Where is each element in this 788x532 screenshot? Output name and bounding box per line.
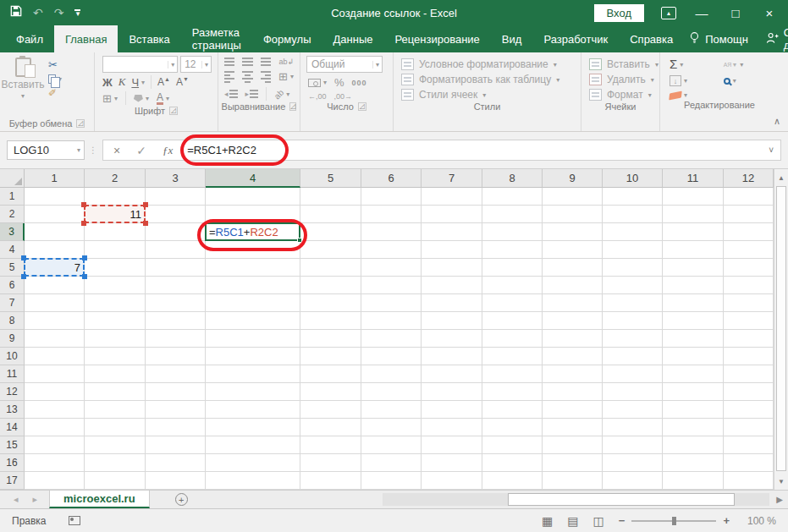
cell-r2c4[interactable] — [206, 206, 300, 223]
cell-r4c11[interactable] — [663, 241, 724, 259]
cell-r13c9[interactable] — [543, 401, 603, 419]
autosum-button[interactable]: Σ▾ — [670, 58, 714, 70]
cell-r16c11[interactable] — [663, 454, 724, 472]
cell-r5c10[interactable] — [603, 259, 663, 277]
cell-r5c5[interactable] — [300, 259, 361, 277]
cell-r10c6[interactable] — [361, 348, 422, 365]
cell-r8c1[interactable] — [25, 312, 85, 330]
cell-r10c12[interactable] — [724, 348, 774, 365]
vertical-scrollbar[interactable]: ▲ ▼ — [774, 169, 788, 490]
cell-r11c11[interactable] — [663, 365, 724, 383]
cell-r1c6[interactable] — [361, 188, 422, 206]
cell-r17c9[interactable] — [543, 472, 603, 490]
zoom-out-icon[interactable]: − — [619, 514, 625, 527]
redo-icon[interactable]: ↷ — [54, 6, 64, 19]
cell-r15c7[interactable] — [422, 436, 482, 454]
scroll-up-icon[interactable]: ▲ — [774, 170, 788, 185]
cell-r6c10[interactable] — [603, 277, 663, 294]
cell-r4c6[interactable] — [361, 241, 422, 259]
cell-r12c11[interactable] — [663, 383, 724, 401]
name-box[interactable]: LOG10 ▾ — [7, 140, 85, 160]
cell-r11c7[interactable] — [422, 365, 482, 383]
cell-r6c6[interactable] — [361, 277, 422, 294]
cell-r12c3[interactable] — [146, 383, 206, 401]
cell-r13c6[interactable] — [361, 401, 422, 419]
column-header-7[interactable]: 7 — [422, 169, 482, 188]
cell-r2c8[interactable] — [482, 206, 543, 223]
cell-r2c9[interactable] — [543, 206, 603, 223]
row-header-10[interactable]: 10 — [0, 348, 25, 365]
sign-in-button[interactable]: Вход — [594, 4, 644, 22]
cell-r1c3[interactable] — [146, 188, 206, 206]
cell-r10c3[interactable] — [146, 348, 206, 365]
cell-r5c1[interactable]: 7 — [25, 259, 85, 277]
column-header-2[interactable]: 2 — [85, 169, 146, 188]
column-header-12[interactable]: 12 — [724, 169, 774, 188]
cell-r1c8[interactable] — [482, 188, 543, 206]
cell-r8c9[interactable] — [543, 312, 603, 330]
fill-color-button[interactable]: ▾ — [134, 95, 149, 102]
cell-r14c12[interactable] — [724, 419, 774, 436]
format-as-table-button[interactable]: Форматировать как таблицу▾ — [401, 74, 573, 85]
cell-r13c5[interactable] — [300, 401, 361, 419]
cell-r11c2[interactable] — [85, 365, 146, 383]
cell-r3c6[interactable] — [361, 223, 422, 241]
column-header-11[interactable]: 11 — [663, 169, 724, 188]
cell-r3c2[interactable] — [85, 223, 146, 241]
row-header-1[interactable]: 1 — [0, 188, 25, 206]
cell-r14c7[interactable] — [422, 419, 482, 436]
align-middle-icon[interactable] — [242, 58, 252, 66]
enter-icon[interactable]: ✓ — [136, 144, 146, 157]
cell-r3c1[interactable] — [25, 223, 85, 241]
cell-r11c12[interactable] — [724, 365, 774, 383]
cell-r13c11[interactable] — [663, 401, 724, 419]
sheet-tab-microexcel[interactable]: microexcel.ru — [49, 491, 150, 508]
row-header-16[interactable]: 16 — [0, 454, 25, 472]
cell-r4c5[interactable] — [300, 241, 361, 259]
save-icon[interactable] — [10, 5, 22, 20]
cell-r4c7[interactable] — [422, 241, 482, 259]
cell-r10c2[interactable] — [85, 348, 146, 365]
cell-r12c10[interactable] — [603, 383, 663, 401]
row-header-9[interactable]: 9 — [0, 330, 25, 348]
cell-r3c10[interactable] — [603, 223, 663, 241]
cell-r1c12[interactable] — [724, 188, 774, 206]
cell-r15c12[interactable] — [724, 436, 774, 454]
cell-r7c8[interactable] — [482, 294, 543, 312]
cell-r3c8[interactable] — [482, 223, 543, 241]
cell-r2c3[interactable] — [146, 206, 206, 223]
cell-r17c1[interactable] — [25, 472, 85, 490]
tab-data[interactable]: Данные — [322, 25, 384, 52]
horizontal-scrollbar[interactable] — [383, 493, 769, 506]
cell-r6c2[interactable] — [85, 277, 146, 294]
copy-button[interactable]: ▾ — [48, 74, 62, 84]
cell-r17c11[interactable] — [663, 472, 724, 490]
cell-r15c3[interactable] — [146, 436, 206, 454]
cell-r5c6[interactable] — [361, 259, 422, 277]
cell-r17c6[interactable] — [361, 472, 422, 490]
cell-r6c1[interactable] — [25, 277, 85, 294]
cell-r9c8[interactable] — [482, 330, 543, 348]
cell-r12c8[interactable] — [482, 383, 543, 401]
cell-r13c4[interactable] — [206, 401, 300, 419]
cell-r16c1[interactable] — [25, 454, 85, 472]
cell-r3c11[interactable] — [663, 223, 724, 241]
cell-r1c5[interactable] — [300, 188, 361, 206]
font-color-button[interactable]: А▾ — [157, 91, 169, 105]
cell-r16c9[interactable] — [543, 454, 603, 472]
cell-r6c3[interactable] — [146, 277, 206, 294]
collapse-ribbon-icon[interactable]: ∧ — [774, 116, 780, 127]
cell-r10c10[interactable] — [603, 348, 663, 365]
select-all-corner[interactable] — [0, 169, 25, 188]
cell-r7c3[interactable] — [146, 294, 206, 312]
cell-r7c4[interactable] — [206, 294, 300, 312]
cell-r10c1[interactable] — [25, 348, 85, 365]
row-header-7[interactable]: 7 — [0, 294, 25, 312]
cell-r10c7[interactable] — [422, 348, 482, 365]
cell-r17c12[interactable] — [724, 472, 774, 490]
row-header-6[interactable]: 6 — [0, 277, 25, 294]
cell-r8c6[interactable] — [361, 312, 422, 330]
cell-r8c11[interactable] — [663, 312, 724, 330]
cell-r6c4[interactable] — [206, 277, 300, 294]
formula-input[interactable]: × ✓ ƒx =R5C1+R2C2 ˅ — [102, 140, 781, 161]
